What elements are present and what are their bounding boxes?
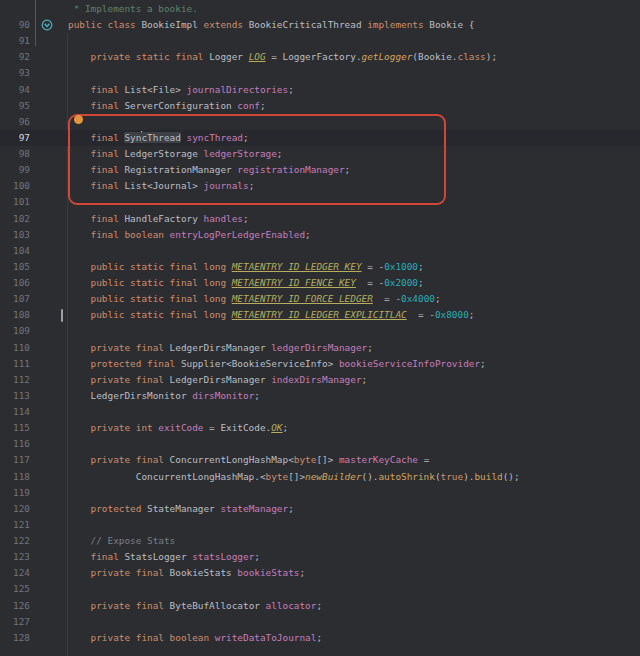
code-line[interactable]: 120 protected StateManager stateManager; [0,501,640,517]
line-number[interactable]: 103 [0,227,32,243]
code-token: ; [288,503,294,514]
gutter-icon-slot [32,452,64,468]
line-number[interactable]: 123 [0,549,32,565]
line-number[interactable]: 125 [0,581,32,597]
code-line[interactable]: 102 final HandleFactory handles; [0,211,640,227]
line-number[interactable]: 93 [0,65,32,81]
line-number[interactable]: 116 [0,436,32,452]
code-token: final [91,148,125,159]
code-line[interactable]: 100 final List<Journal> journals; [0,178,640,194]
code-line[interactable]: 101 [0,194,640,210]
code-line[interactable]: 105 public static final long METAENTRY_I… [0,259,640,275]
line-number[interactable]: 107 [0,291,32,307]
line-number[interactable]: 115 [0,420,32,436]
line-number[interactable]: 108 [0,307,32,323]
line-number[interactable]: 114 [0,404,32,420]
line-number[interactable]: 104 [0,243,32,259]
code-line[interactable]: 128 private final boolean writeDataToJou… [0,630,640,646]
code-line[interactable]: 123 final StatsLogger statsLogger; [0,549,640,565]
code-line[interactable]: 122 // Expose Stats [0,533,640,549]
code-line[interactable]: 99 final RegistrationManager registratio… [0,162,640,178]
code-token [68,132,91,143]
line-number[interactable]: 124 [0,565,32,581]
code-line[interactable]: 90public class BookieImpl extends Bookie… [0,17,640,33]
line-number[interactable]: 96 [0,114,32,130]
code-token: METAENTRY_ID_LEDGER_EXPLICITLAC [232,309,407,320]
code-line[interactable]: 106 public static final long METAENTRY_I… [0,275,640,291]
line-number[interactable]: 102 [0,211,32,227]
line-number[interactable]: 122 [0,533,32,549]
code-line[interactable]: 126 private final ByteBufAllocator alloc… [0,598,640,614]
gutter-icon-slot [32,65,64,81]
code-line[interactable]: 110 private final LedgerDirsManager ledg… [0,340,640,356]
code-line[interactable]: 127 [0,614,640,630]
line-number[interactable]: 110 [0,340,32,356]
line-number[interactable]: 101 [0,194,32,210]
line-number[interactable]: 126 [0,598,32,614]
line-number[interactable]: 98 [0,146,32,162]
code-line[interactable]: 97 final SyncThread syncThread; [0,130,640,146]
code-line[interactable]: * Implements a bookie. [0,1,640,17]
code-line[interactable]: 115 private int exitCode = ExitCode.OK; [0,420,640,436]
line-number[interactable]: 113 [0,388,32,404]
code-line[interactable]: 121 [0,517,640,533]
code-line[interactable]: 116 [0,436,640,452]
line-number[interactable]: 128 [0,630,32,646]
gutter-icon-slot [32,33,64,49]
line-number[interactable]: 109 [0,323,32,339]
code-line[interactable]: 113 LedgerDirsMonitor dirsMonitor; [0,388,640,404]
gutter-icon-slot [32,98,64,114]
line-number[interactable]: 100 [0,178,32,194]
line-number[interactable]: 111 [0,356,32,372]
code-line[interactable]: 98 final LedgerStorage ledgerStorage; [0,146,640,162]
line-number[interactable]: 94 [0,82,32,98]
code-line[interactable]: 92 private static final Logger LOG = Log… [0,49,640,65]
line-number[interactable]: 99 [0,162,32,178]
code-line[interactable]: 93 [0,65,640,81]
code-text: private final ByteBufAllocator allocator… [64,598,640,614]
line-number[interactable]: 119 [0,485,32,501]
code-line[interactable]: 104 [0,243,640,259]
line-number[interactable]: 121 [0,517,32,533]
code-editor[interactable]: * Implements a bookie.90public class Boo… [0,0,640,656]
implemented-marker-icon[interactable] [41,19,53,31]
line-number[interactable]: 97 [0,130,32,146]
code-token: ; [345,164,351,175]
code-line[interactable]: 107 public static final long METAENTRY_I… [0,291,640,307]
code-line[interactable]: 94 final List<File> journalDirectories; [0,82,640,98]
line-number[interactable]: 90 [0,17,32,33]
code-line[interactable]: 125 [0,581,640,597]
code-token [68,164,91,175]
code-token: ; [316,632,322,643]
code-token: = - [373,293,401,304]
line-number[interactable]: 117 [0,452,32,468]
code-line[interactable]: 114 [0,404,640,420]
line-number[interactable]: 92 [0,49,32,65]
code-line[interactable]: 118 ConcurrentLongHashMap.<byte[]>newBui… [0,469,640,485]
code-line[interactable]: 91 [0,33,640,49]
code-token: METAENTRY_ID_FORCE_LEDGER [232,293,373,304]
line-number[interactable]: 127 [0,614,32,630]
code-line[interactable]: 95 final ServerConfiguration conf; [0,98,640,114]
line-number[interactable]: 106 [0,275,32,291]
code-line[interactable]: 109 [0,323,640,339]
line-number[interactable]: 95 [0,98,32,114]
code-token: public [91,309,131,320]
code-token: final [91,100,125,111]
code-line[interactable]: 124 private final BookieStats bookieStat… [0,565,640,581]
code-line[interactable]: 119 [0,485,640,501]
code-line[interactable]: 103 final boolean entryLogPerLedgerEnabl… [0,227,640,243]
line-number[interactable]: 105 [0,259,32,275]
code-line[interactable]: 111 protected final Supplier<BookieServi… [0,356,640,372]
line-number[interactable]: 112 [0,372,32,388]
code-line[interactable]: 108 public static final long METAENTRY_I… [0,307,640,323]
line-number[interactable]: 91 [0,33,32,49]
line-number[interactable]: 118 [0,469,32,485]
code-token [68,374,91,385]
gutter-icon-slot [32,307,64,323]
code-line[interactable]: 96 [0,114,640,130]
code-line[interactable]: 112 private final LedgerDirsManager inde… [0,372,640,388]
gutter-icon-slot [32,162,64,178]
code-line[interactable]: 117 private final ConcurrentLongHashMap<… [0,452,640,468]
line-number[interactable]: 120 [0,501,32,517]
